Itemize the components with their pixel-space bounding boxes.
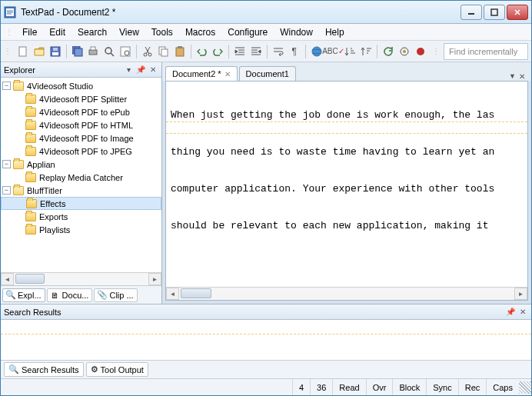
collapse-icon[interactable]: − (2, 186, 11, 195)
tab-tool-output[interactable]: ⚙Tool Output (86, 362, 148, 377)
macro-button[interactable] (413, 43, 428, 60)
doc-tab-document2[interactable]: Document2 *✕ (165, 66, 238, 81)
tab-documents[interactable]: 🗎Docu... (47, 288, 93, 302)
svg-point-22 (312, 47, 321, 56)
resize-grip-icon[interactable] (519, 381, 531, 394)
folder-icon (25, 147, 36, 156)
minimize-button[interactable] (461, 5, 482, 20)
search-results-body[interactable] (1, 320, 531, 360)
folder-icon (25, 95, 36, 104)
scroll-left-icon[interactable]: ◄ (1, 273, 14, 285)
menu-search[interactable]: Search (71, 25, 113, 39)
grip-icon: ⋮ (4, 47, 12, 55)
pilcrow-button[interactable]: ¶ (287, 43, 302, 60)
tree-item[interactable]: 4Videosoft PDF Splitter (1, 92, 161, 105)
search-icon: 🔍 (8, 364, 19, 374)
scroll-right-icon[interactable]: ► (514, 288, 527, 300)
preview-button[interactable] (118, 43, 133, 60)
collapse-icon[interactable]: − (2, 160, 11, 168)
tree-item[interactable]: −BluffTitler (1, 184, 161, 197)
folder-icon (13, 82, 24, 91)
svg-rect-11 (91, 47, 95, 50)
editor-line: thing you need is to waste time having t… (171, 146, 523, 158)
svg-rect-19 (161, 49, 168, 56)
tree-item[interactable]: −4Videosoft Studio (1, 79, 161, 92)
sort-asc-button[interactable] (342, 43, 357, 60)
cut-button[interactable] (140, 43, 155, 60)
menu-configure[interactable]: Configure (221, 25, 274, 39)
indent-button[interactable] (232, 43, 248, 60)
wordwrap-button[interactable] (271, 43, 286, 60)
menu-view[interactable]: View (113, 25, 145, 39)
open-button[interactable] (32, 43, 47, 60)
tree-item[interactable]: 4Videosoft PDF to Image (1, 131, 161, 145)
menu-file[interactable]: File (16, 25, 43, 39)
tree-item[interactable]: 4Videosoft PDF to JPEG (1, 145, 161, 158)
sort-desc-button[interactable] (358, 43, 374, 60)
scroll-left-icon[interactable]: ◄ (166, 288, 179, 300)
menu-tools[interactable]: Tools (145, 25, 179, 39)
document-tabs: Document2 *✕ Document1 ▼ ✕ (162, 62, 531, 81)
collapse-icon[interactable]: − (2, 82, 11, 90)
outdent-button[interactable] (248, 43, 264, 60)
copy-button[interactable] (156, 43, 171, 60)
menu-macros[interactable]: Macros (179, 25, 221, 39)
spellcheck-button[interactable]: ABC✓ (324, 43, 341, 60)
bookmark-button[interactable] (397, 43, 412, 60)
pin-icon[interactable]: 📌 (505, 307, 516, 318)
tree-item[interactable]: 4Videosoft PDF to ePub (1, 105, 161, 118)
svg-line-13 (111, 53, 114, 56)
tree-item[interactable]: Replay Media Catcher (1, 171, 161, 184)
scroll-right-icon[interactable]: ► (148, 273, 161, 285)
svg-point-24 (403, 50, 406, 53)
refresh-button[interactable] (381, 43, 396, 60)
search-tabs: 🔍Search Results ⚙Tool Output (1, 360, 531, 378)
explorer-panel: Explorer ▾ 📌 ✕ −4Videosoft Studio4Videos… (1, 62, 162, 304)
explorer-h-scrollbar[interactable]: ◄ ► (1, 272, 161, 285)
tree-item[interactable]: Playlists (1, 223, 161, 236)
tree-item-label: 4Videosoft PDF to Image (39, 134, 134, 143)
tab-dropdown-icon[interactable]: ▼ (509, 72, 516, 81)
save-button[interactable] (48, 43, 63, 60)
undo-button[interactable] (195, 43, 210, 60)
tab-clip[interactable]: 📎Clip ... (94, 288, 137, 302)
close-panel-icon[interactable]: ✕ (148, 65, 158, 75)
editor-h-scrollbar[interactable]: ◄ ► (166, 287, 527, 300)
menu-window[interactable]: Window (274, 25, 319, 39)
tree-item[interactable]: Effects (1, 197, 161, 210)
tree-item[interactable]: Exports (1, 210, 161, 223)
menu-edit[interactable]: Edit (43, 25, 71, 39)
text-editor[interactable]: When just getting the job done is work e… (166, 82, 527, 287)
folder-tree[interactable]: −4Videosoft Studio4Videosoft PDF Splitte… (1, 78, 161, 272)
saveall-button[interactable] (70, 43, 85, 60)
svg-rect-4 (19, 47, 26, 56)
status-ovr: Ovr (366, 379, 393, 395)
close-tab-icon[interactable]: ✕ (224, 70, 231, 78)
pin-icon[interactable]: 📌 (135, 65, 146, 75)
tab-explorer[interactable]: 🔍Expl... (2, 288, 45, 302)
close-button[interactable] (507, 5, 528, 20)
tab-search-results[interactable]: 🔍Search Results (4, 362, 84, 377)
explorer-header: Explorer ▾ 📌 ✕ (1, 62, 161, 78)
tree-item[interactable]: 4Videosoft PDF to HTML (1, 118, 161, 131)
scroll-thumb[interactable] (181, 288, 211, 298)
paste-button[interactable] (172, 43, 188, 60)
new-button[interactable] (15, 43, 31, 60)
maximize-button[interactable] (484, 5, 505, 20)
folder-icon (25, 108, 36, 117)
menu-help[interactable]: Help (319, 25, 351, 39)
tree-item[interactable]: −Applian (1, 158, 161, 171)
close-panel-icon[interactable]: ✕ (517, 307, 528, 318)
redo-button[interactable] (210, 43, 225, 60)
scroll-thumb[interactable] (15, 274, 45, 284)
folder-icon (25, 212, 36, 221)
explorer-title: Explorer (4, 65, 35, 75)
tab-close-icon[interactable]: ✕ (519, 72, 525, 81)
dropdown-icon[interactable]: ▾ (123, 65, 134, 75)
svg-rect-10 (89, 50, 97, 55)
find-input[interactable]: Find incrementally (444, 43, 528, 60)
doc-tab-document1[interactable]: Document1 (239, 66, 296, 81)
print-button[interactable] (85, 43, 101, 60)
magnifier-icon: 🔍 (6, 291, 15, 300)
find-button[interactable] (101, 43, 117, 60)
